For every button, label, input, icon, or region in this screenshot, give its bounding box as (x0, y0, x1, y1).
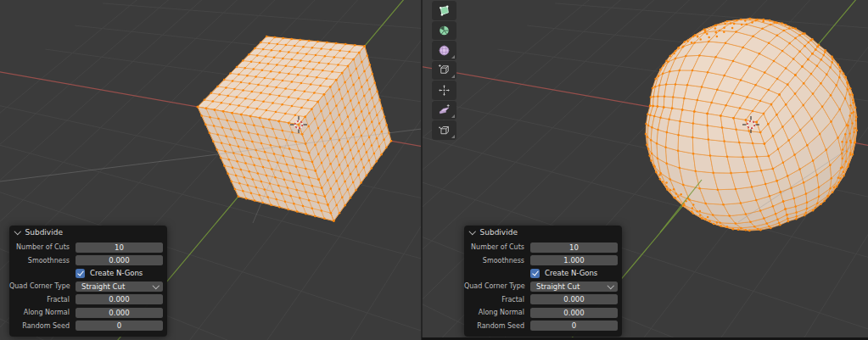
create-ngons-checkbox[interactable] (530, 269, 540, 278)
row-random-seed: Random Seed 0 (9, 319, 167, 332)
random-seed-label: Random Seed (9, 322, 76, 330)
blender-comparison-screenshot: Subdivide Number of Cuts 10 Smoothness 0… (0, 0, 868, 340)
tool-group-indicator-icon (451, 55, 455, 59)
tool-shrink-fatten-button[interactable] (432, 81, 456, 100)
edge-slide-icon (438, 64, 451, 76)
window-separator (421, 0, 423, 340)
fractal-label: Fractal (9, 296, 76, 304)
row-create-ngons: Create N-Gons (9, 267, 167, 280)
row-fractal: Fractal 0.000 (464, 293, 622, 306)
random-seed-label: Random Seed (464, 322, 530, 330)
tool-spin-button[interactable] (432, 21, 456, 41)
smoothness-label: Smoothness (464, 257, 530, 265)
row-quad-corner-type: Quad Corner Type Straight Cut (9, 280, 167, 293)
collapse-chevron-icon (469, 228, 476, 235)
subdivide-panel-header[interactable]: Subdivide (9, 226, 167, 239)
create-ngons-checkbox[interactable] (76, 269, 85, 278)
subdivide-panel-header[interactable]: Subdivide (464, 226, 622, 239)
quad-corner-type-label: Quad Corner Type (9, 282, 76, 290)
tool-shear-button[interactable] (432, 101, 456, 120)
number-of-cuts-field[interactable]: 10 (76, 242, 163, 253)
tool-group-indicator-icon (451, 114, 455, 118)
rip-region-icon (438, 124, 451, 137)
create-ngons-label: Create N-Gons (90, 269, 143, 277)
edit-mode-toolbar (432, 1, 456, 140)
row-smoothness: Smoothness 1.000 (464, 254, 622, 266)
create-ngons-label: Create N-Gons (545, 269, 597, 277)
row-smoothness: Smoothness 0.000 (9, 254, 167, 266)
panel-title: Subdivide (480, 228, 518, 237)
fractal-field[interactable]: 0.000 (76, 294, 163, 304)
chevron-down-icon (152, 281, 159, 288)
smoothness-label: Smoothness (9, 257, 76, 265)
along-normal-label: Along Normal (9, 309, 76, 316)
along-normal-field[interactable]: 0.000 (530, 308, 618, 318)
spin-icon (438, 24, 451, 36)
quad-corner-type-select[interactable]: Straight Cut (530, 281, 618, 292)
row-number-of-cuts: Number of Cuts 10 (9, 241, 167, 254)
smoothness-field[interactable]: 1.000 (530, 255, 618, 265)
tool-smooth-button[interactable] (432, 41, 456, 60)
quad-corner-type-select[interactable]: Straight Cut (76, 281, 163, 292)
check-icon (77, 270, 84, 276)
row-create-ngons: Create N-Gons (464, 267, 622, 280)
row-quad-corner-type: Quad Corner Type Straight Cut (464, 280, 622, 293)
along-normal-label: Along Normal (464, 309, 530, 316)
fractal-field[interactable]: 0.000 (530, 294, 618, 304)
check-icon (532, 270, 539, 276)
subdivide-panel-right: Subdivide Number of Cuts 10 Smoothness 1… (464, 226, 622, 337)
tool-rip-region-button[interactable] (432, 120, 456, 140)
tool-group-indicator-icon (451, 135, 455, 138)
panel-title: Subdivide (25, 228, 63, 237)
shrink-fatten-icon (438, 84, 451, 97)
poly-build-icon (438, 4, 451, 17)
tool-group-indicator-icon (451, 75, 455, 78)
number-of-cuts-label: Number of Cuts (9, 243, 76, 251)
quad-corner-type-value: Straight Cut (536, 282, 580, 291)
row-random-seed: Random Seed 0 (464, 319, 622, 332)
smoothness-field[interactable]: 0.000 (76, 255, 163, 265)
random-seed-field[interactable]: 0 (530, 320, 618, 331)
number-of-cuts-label: Number of Cuts (464, 243, 530, 251)
number-of-cuts-field[interactable]: 10 (530, 242, 618, 253)
quad-corner-type-value: Straight Cut (81, 282, 125, 291)
subdivide-panel-left: Subdivide Number of Cuts 10 Smoothness 0… (9, 226, 167, 337)
along-normal-field[interactable]: 0.000 (76, 308, 163, 318)
row-along-normal: Along Normal 0.000 (464, 306, 622, 319)
chevron-down-icon (607, 281, 613, 288)
tool-edge-slide-button[interactable] (432, 61, 456, 81)
row-fractal: Fractal 0.000 (9, 293, 167, 306)
row-number-of-cuts: Number of Cuts 10 (464, 241, 622, 254)
random-seed-field[interactable]: 0 (76, 320, 163, 331)
shear-icon (438, 103, 451, 116)
smooth-icon (438, 44, 451, 57)
collapse-chevron-icon (14, 228, 21, 235)
fractal-label: Fractal (464, 296, 530, 304)
tool-poly-build-button[interactable] (432, 1, 456, 20)
row-along-normal: Along Normal 0.000 (9, 306, 167, 319)
quad-corner-type-label: Quad Corner Type (464, 282, 530, 290)
